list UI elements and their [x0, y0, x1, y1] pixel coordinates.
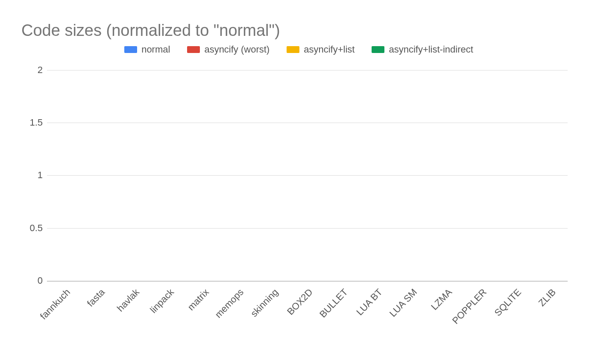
- grid-line: [47, 281, 568, 281]
- x-tick-label: memops: [213, 287, 246, 320]
- grid-line: [47, 175, 568, 176]
- y-tick-label: 2: [23, 65, 43, 76]
- bars-layer: [47, 59, 568, 281]
- x-tick-label: LZMA: [429, 287, 454, 312]
- y-tick-label: 0: [23, 275, 43, 286]
- legend-item: asyncify+list-indirect: [372, 44, 473, 55]
- x-tick-label: ZLIB: [536, 287, 558, 308]
- legend-swatch: [187, 46, 200, 53]
- legend-swatch: [287, 46, 299, 53]
- x-tick-label: BULLET: [317, 287, 350, 320]
- grid-line: [47, 70, 568, 70]
- legend-item: asyncify+list: [287, 44, 355, 55]
- y-tick-label: 0.5: [23, 223, 43, 234]
- grid-line: [47, 228, 568, 229]
- x-tick-label: SQLITE: [492, 287, 524, 318]
- legend: normalasyncify (worst)asyncify+listasync…: [17, 44, 580, 55]
- chart-title: Code sizes (normalized to "normal"): [21, 21, 580, 40]
- legend-label: asyncify (worst): [204, 44, 270, 55]
- legend-swatch: [124, 46, 137, 53]
- plot-region: fannkuchfastahavlaklinpackmatrixmemopssk…: [47, 59, 568, 282]
- legend-label: normal: [141, 44, 170, 55]
- x-tick-label: fannkuch: [38, 287, 73, 322]
- x-tick-label: skinning: [249, 287, 281, 319]
- grid-line: [47, 123, 568, 123]
- x-tick-label: BOX2D: [285, 287, 316, 317]
- legend-item: normal: [124, 44, 170, 55]
- x-tick-label: linpack: [148, 287, 176, 315]
- plot-area: fannkuchfastahavlaklinpackmatrixmemopssk…: [47, 59, 568, 282]
- x-tick-label: fasta: [85, 287, 107, 309]
- y-tick-label: 1.5: [23, 117, 43, 128]
- chart-container: Code sizes (normalized to "normal") norm…: [0, 0, 589, 364]
- legend-swatch: [372, 46, 384, 53]
- x-tick-label: matrix: [185, 287, 211, 313]
- x-tick-label: havlak: [115, 287, 142, 314]
- legend-label: asyncify+list-indirect: [389, 44, 473, 55]
- x-tick-label: POPPLER: [450, 287, 489, 326]
- y-tick-label: 1: [23, 170, 43, 181]
- x-tick-label: LUA BT: [354, 287, 384, 318]
- legend-label: asyncify+list: [304, 44, 355, 55]
- x-tick-label: LUA SM: [387, 287, 419, 319]
- legend-item: asyncify (worst): [187, 44, 270, 55]
